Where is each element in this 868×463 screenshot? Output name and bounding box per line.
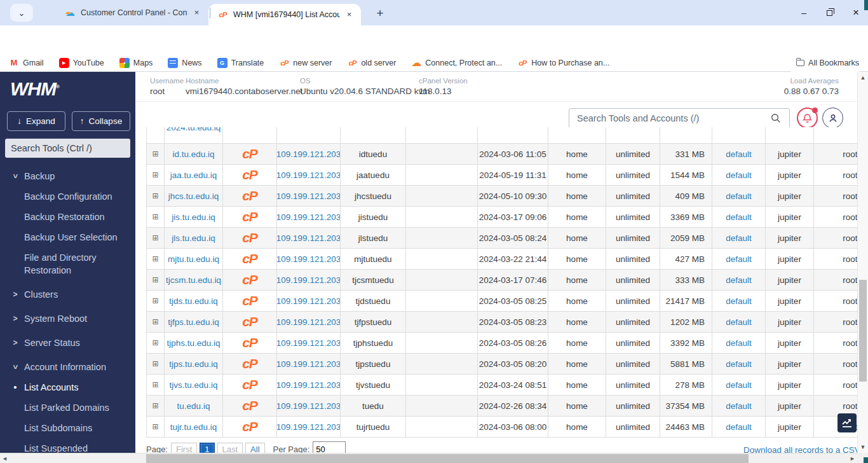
cpanel-logo-icon[interactable]: cP xyxy=(242,335,257,350)
browser-tab[interactable]: WHM [vmi1679440] List Accoun × xyxy=(208,4,361,25)
accounts-search-input[interactable] xyxy=(569,108,790,128)
restore-button[interactable] xyxy=(827,10,832,16)
expand-row-icon[interactable]: ⊞ xyxy=(152,191,158,200)
ip-link[interactable]: 109.199.121.203 xyxy=(277,149,341,159)
expand-row-icon[interactable]: ⊞ xyxy=(152,212,158,221)
cpanel-logo-icon[interactable]: cP xyxy=(242,356,257,371)
page-button[interactable]: Last xyxy=(217,443,243,453)
style-link[interactable]: default xyxy=(726,296,752,306)
whm-logo[interactable]: WHM® xyxy=(10,78,59,100)
cpanel-logo-icon[interactable]: cP xyxy=(242,293,257,308)
cpanel-logo-icon[interactable]: cP xyxy=(242,377,257,392)
domain-link[interactable]: tjps.tu.edu.iq xyxy=(169,359,218,369)
tab-search-button[interactable]: ⌄ xyxy=(10,4,33,22)
bookmark-item[interactable]: Translate xyxy=(217,58,264,68)
bookmark-item[interactable]: Gmail xyxy=(9,58,44,68)
ip-link[interactable]: 109.199.121.203 xyxy=(277,359,341,369)
cpanel-logo-icon[interactable]: cP xyxy=(242,188,257,204)
sidebar-item[interactable]: List Parked Domains xyxy=(0,397,135,418)
style-link[interactable]: default xyxy=(726,233,752,243)
expand-row-icon[interactable]: ⊞ xyxy=(152,233,158,242)
expand-row-icon[interactable]: ⊞ xyxy=(152,254,158,263)
domain-link[interactable]: tjphs.tu.edu.iq xyxy=(166,338,220,348)
ip-link[interactable]: 109.199.121.203 xyxy=(277,338,341,348)
ip-link[interactable]: 109.199.121.203 xyxy=(277,380,341,390)
sidebar-item[interactable]: File and Directory Restoration xyxy=(0,247,135,280)
expand-row-icon[interactable]: ⊞ xyxy=(152,359,158,368)
sidebar-item[interactable]: Server Status xyxy=(0,333,135,353)
expand-row-icon[interactable]: ⊞ xyxy=(152,401,158,410)
style-link[interactable]: default xyxy=(726,191,752,201)
cpanel-logo-icon[interactable]: cP xyxy=(242,167,257,183)
style-link[interactable]: default xyxy=(726,212,752,222)
expand-row-icon[interactable]: ⊞ xyxy=(152,380,158,389)
horizontal-scrollbar[interactable]: ◄ ► xyxy=(0,453,857,463)
ip-link[interactable]: 109.199.121.203 xyxy=(277,296,341,306)
server-performance-button[interactable] xyxy=(837,413,857,432)
sidebar-item[interactable]: List Subdomains xyxy=(0,418,135,438)
bookmark-item[interactable]: News xyxy=(168,58,201,68)
expand-row-icon[interactable]: ⊞ xyxy=(152,170,158,179)
expand-row-icon[interactable]: ⊞ xyxy=(152,296,158,305)
sidebar-item[interactable]: Backup Restoration xyxy=(0,207,135,227)
expand-row-icon[interactable]: ⊞ xyxy=(152,149,158,158)
bookmark-item[interactable]: new server xyxy=(279,58,332,68)
cpanel-logo-icon[interactable]: cP xyxy=(242,272,257,287)
domain-link[interactable]: tjfps.tu.edu.iq xyxy=(168,317,219,327)
bookmark-item[interactable]: old server xyxy=(347,58,396,68)
ip-link[interactable]: 109.199.121.203 xyxy=(277,170,341,180)
sidebar-item[interactable]: List Accounts xyxy=(0,377,135,397)
domain-link[interactable]: jhcs.tu.edu.iq xyxy=(168,191,219,201)
bookmark-item[interactable]: How to Purchase an... xyxy=(517,58,609,68)
style-link[interactable]: default xyxy=(726,338,752,348)
domain-link[interactable]: 2024.tu.edu.iq xyxy=(166,127,221,132)
ip-link[interactable]: 109.199.121.203 xyxy=(277,317,341,327)
sidebar-item[interactable]: Backup Configuration xyxy=(0,186,135,207)
expand-row-icon[interactable]: ⊞ xyxy=(152,275,158,284)
style-link[interactable]: default xyxy=(726,149,752,159)
ip-link[interactable]: 109.199.121.203 xyxy=(277,254,341,264)
cpanel-logo-icon[interactable]: cP xyxy=(242,251,257,266)
expand-row-icon[interactable]: ⊞ xyxy=(152,338,158,347)
domain-link[interactable]: jls.tu.edu.iq xyxy=(172,233,215,243)
ip-link[interactable]: 109.199.121.203 xyxy=(277,212,341,222)
sidebar-item[interactable]: Backup User Selection xyxy=(0,227,135,247)
scroll-up-icon[interactable]: ▲ xyxy=(858,74,868,81)
tab-close-icon[interactable]: × xyxy=(191,8,202,18)
vertical-scrollbar[interactable]: ▲ ▼ xyxy=(857,72,868,453)
user-menu-button[interactable] xyxy=(822,107,843,128)
style-link[interactable]: default xyxy=(726,401,752,411)
tab-close-icon[interactable]: × xyxy=(344,10,355,20)
page-button[interactable]: 1 xyxy=(200,443,214,453)
cpanel-logo-icon[interactable]: cP xyxy=(242,419,257,434)
scroll-down-icon[interactable]: ▼ xyxy=(858,444,868,450)
sidebar-item[interactable]: Clusters xyxy=(0,284,135,305)
download-csv-link[interactable]: Download all records to a CSV f xyxy=(743,445,865,453)
vertical-scroll-thumb[interactable] xyxy=(859,280,867,382)
ip-link[interactable]: 109.199.121.203 xyxy=(277,422,341,432)
style-link[interactable]: default xyxy=(726,359,752,369)
scroll-right-icon[interactable]: ► xyxy=(850,455,855,462)
minimize-button[interactable]: – xyxy=(801,8,806,18)
cpanel-logo-icon[interactable]: cP xyxy=(242,209,257,225)
domain-link[interactable]: jis.tu.edu.iq xyxy=(172,212,215,222)
style-link[interactable]: default xyxy=(726,254,752,264)
bookmark-item[interactable]: YouTube xyxy=(59,58,104,68)
expand-button[interactable]: ↓ Expand xyxy=(7,111,65,131)
all-bookmarks-button[interactable]: All Bookmarks xyxy=(791,54,859,72)
domain-link[interactable]: id.tu.edu.iq xyxy=(172,149,214,159)
cpanel-logo-icon[interactable]: cP xyxy=(242,314,257,329)
notifications-button[interactable] xyxy=(797,107,818,128)
sidebar-search-input[interactable] xyxy=(5,139,130,158)
domain-link[interactable]: jaa.tu.edu.iq xyxy=(170,170,217,180)
close-window-button[interactable]: × xyxy=(853,6,859,19)
sidebar-item[interactable]: System Reboot xyxy=(0,308,135,329)
per-page-input[interactable] xyxy=(313,441,346,453)
ip-link[interactable]: 109.199.121.203 xyxy=(277,233,341,243)
ip-link[interactable]: 109.199.121.203 xyxy=(277,191,341,201)
cpanel-logo-icon[interactable]: cP xyxy=(242,398,257,413)
style-link[interactable]: default xyxy=(726,317,752,327)
domain-link[interactable]: tjcsm.tu.edu.iq xyxy=(166,275,221,285)
style-link[interactable]: default xyxy=(726,170,752,180)
style-link[interactable]: default xyxy=(726,380,752,390)
